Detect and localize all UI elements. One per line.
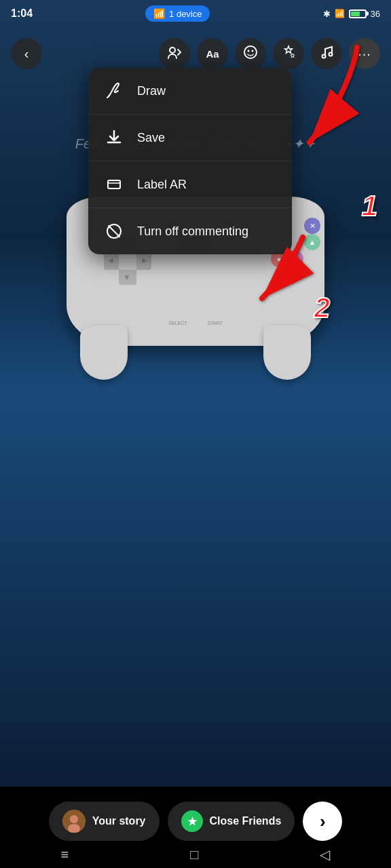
- label-ar-label: Label AR: [137, 178, 187, 192]
- annotation-number-1: 1: [362, 190, 377, 222]
- menu-item-save[interactable]: Save: [88, 115, 292, 161]
- nav-menu-button[interactable]: ≡: [48, 842, 83, 868]
- menu-item-label-ar[interactable]: Label AR: [88, 161, 292, 208]
- menu-item-draw[interactable]: Draw: [88, 68, 292, 115]
- svg-point-3: [252, 50, 254, 52]
- tag-people-button[interactable]: [159, 38, 190, 69]
- svg-rect-6: [108, 180, 120, 189]
- dropdown-menu: Draw Save Label AR Turn off comment: [88, 68, 292, 254]
- person-tag-icon: [167, 45, 182, 63]
- bluetooth-icon: ✱: [323, 9, 331, 19]
- status-bar: 1:04 📶 1 device ✱ 📶 36: [0, 0, 391, 27]
- annotation-arrow-2: [248, 231, 316, 315]
- back-button[interactable]: ‹: [11, 38, 42, 69]
- close-friends-button[interactable]: ★ Close Friends: [168, 802, 295, 841]
- battery-percent: 36: [371, 9, 380, 19]
- your-story-button[interactable]: Your story: [49, 802, 160, 841]
- svg-point-2: [248, 50, 250, 52]
- device-label: 1 device: [169, 9, 202, 19]
- your-story-label: Your story: [92, 815, 146, 827]
- commenting-label: Turn off commenting: [137, 224, 248, 239]
- text-icon: Aa: [206, 48, 219, 60]
- star-icon: ★: [181, 810, 203, 832]
- status-right: ✱ 📶 36: [323, 9, 380, 19]
- nav-home-button[interactable]: □: [176, 842, 212, 868]
- draw-label: Draw: [137, 84, 166, 98]
- wifi-icon: 📶: [153, 8, 165, 19]
- select-start: SELECT START: [168, 321, 223, 326]
- close-friends-label: Close Friends: [210, 815, 282, 827]
- annotation-number-2: 2: [314, 292, 330, 324]
- nav-bar: ≡ □ ◁: [0, 841, 391, 868]
- battery-fill: [351, 12, 360, 16]
- back-icon: ‹: [24, 46, 29, 62]
- svg-point-0: [170, 47, 175, 53]
- sticker-button[interactable]: [235, 38, 266, 69]
- back-nav-icon: ◁: [320, 847, 330, 862]
- next-button[interactable]: ›: [303, 802, 342, 841]
- svg-point-1: [244, 46, 257, 58]
- sticker-icon: [243, 45, 258, 63]
- hamburger-icon: ≡: [61, 847, 69, 862]
- comment-off-icon: [105, 222, 124, 241]
- user-avatar: [62, 810, 86, 833]
- signal-icon: 📶: [335, 9, 345, 18]
- device-indicator: 📶 1 device: [145, 5, 210, 22]
- battery-icon: [349, 9, 367, 18]
- home-icon: □: [190, 847, 198, 862]
- svg-point-11: [70, 815, 78, 823]
- annotation-arrow-1: [289, 41, 371, 179]
- draw-icon: [105, 81, 124, 100]
- bottom-action-bar: Your story ★ Close Friends ›: [0, 802, 391, 841]
- text-button[interactable]: Aa: [197, 38, 228, 69]
- next-icon: ›: [320, 811, 326, 832]
- status-time: 1:04: [11, 7, 33, 20]
- save-label: Save: [137, 131, 165, 145]
- nav-back-button[interactable]: ◁: [306, 841, 343, 868]
- label-ar-icon: [105, 175, 124, 194]
- save-icon: [105, 128, 124, 147]
